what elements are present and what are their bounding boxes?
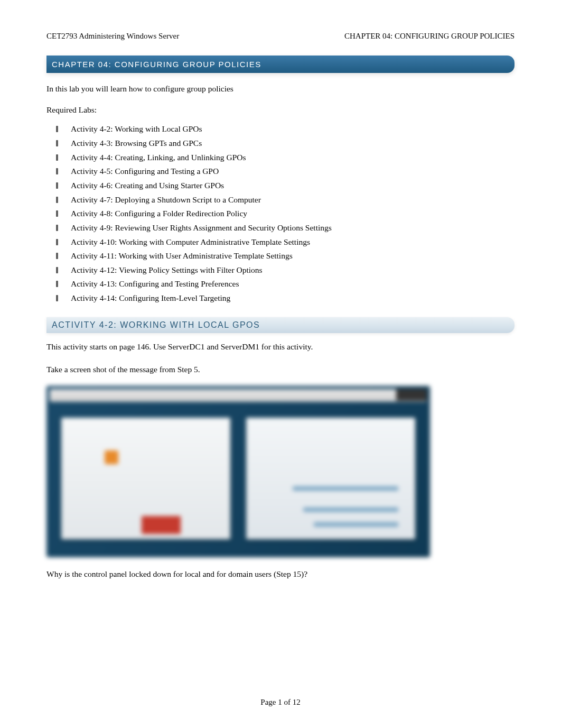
close-icon	[396, 389, 427, 401]
intro-text: In this lab you will learn how to config…	[46, 82, 515, 95]
list-item: Activity 4-7: Deploying a Shutdown Scrip…	[71, 193, 515, 207]
window-titlebar	[50, 389, 427, 402]
labs-list: Activity 4-2: Working with Local GPOs Ac…	[46, 122, 515, 306]
page-header: CET2793 Administering Windows Server CHA…	[46, 32, 515, 41]
question-text: Why is the control panel locked down for…	[46, 568, 515, 580]
list-item: Activity 4-6: Creating and Using Starter…	[71, 179, 515, 193]
red-button	[142, 516, 181, 534]
chapter-heading: CHAPTER 04: CONFIGURING GROUP POLICIES	[46, 56, 515, 73]
embedded-screenshot	[46, 386, 430, 557]
page-footer: Page 1 of 12	[0, 698, 561, 707]
right-window	[246, 418, 415, 539]
activity-intro: This activity starts on page 146. Use Se…	[46, 340, 515, 353]
list-item: Activity 4-3: Browsing GPTs and GPCs	[71, 136, 515, 151]
list-item: Activity 4-13: Configuring and Testing P…	[71, 277, 515, 291]
header-right: CHAPTER 04: CONFIGURING GROUP POLICIES	[344, 32, 515, 41]
list-item: Activity 4-8: Configuring a Folder Redir…	[71, 207, 515, 221]
text-line	[293, 486, 398, 491]
text-line	[303, 508, 398, 512]
list-item: Activity 4-4: Creating, Linking, and Unl…	[71, 151, 515, 165]
list-item: Activity 4-5: Configuring and Testing a …	[71, 164, 515, 179]
list-item: Activity 4-10: Working with Computer Adm…	[71, 235, 515, 250]
activity-heading: ACTIVITY 4-2: WORKING WITH LOCAL GPOS	[46, 317, 515, 333]
list-item: Activity 4-14: Configuring Item-Level Ta…	[71, 291, 515, 306]
required-labs-label: Required Labs:	[46, 105, 515, 115]
text-line	[314, 522, 398, 527]
list-item: Activity 4-2: Working with Local GPOs	[71, 122, 515, 136]
list-item: Activity 4-12: Viewing Policy Settings w…	[71, 263, 515, 278]
header-left: CET2793 Administering Windows Server	[46, 32, 179, 41]
orange-icon	[105, 450, 118, 464]
screenshot-instruction: Take a screen shot of the message from S…	[46, 363, 515, 375]
list-item: Activity 4-9: Reviewing User Rights Assi…	[71, 221, 515, 235]
list-item: Activity 4-11: Working with User Adminis…	[71, 249, 515, 263]
